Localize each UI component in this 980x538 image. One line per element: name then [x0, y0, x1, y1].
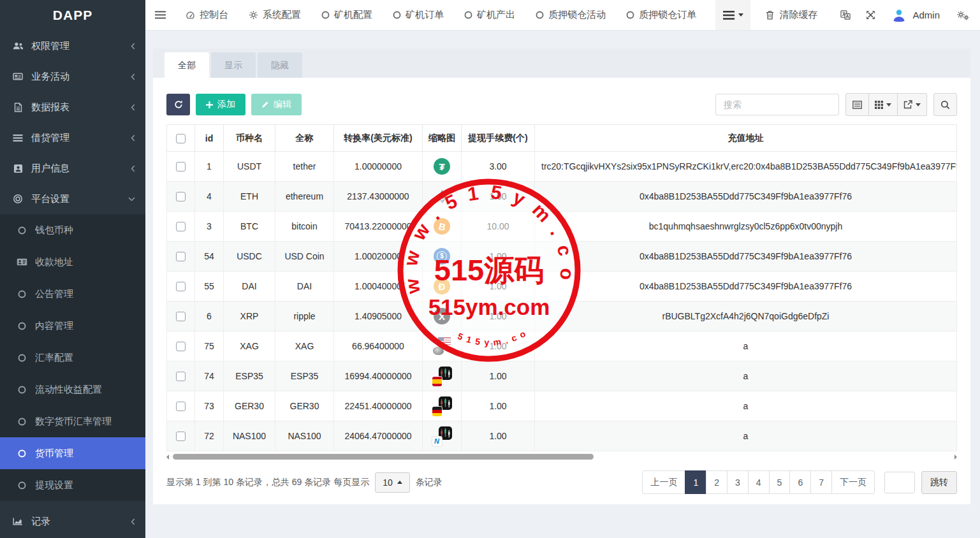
pagination-page-7[interactable]: 7 — [810, 470, 832, 494]
avatar — [892, 8, 906, 22]
page-jump-button[interactable]: 跳转 — [921, 471, 957, 494]
add-button[interactable]: 添加 — [196, 94, 245, 115]
clear-cache-button[interactable]: 清除缓存 — [766, 9, 817, 21]
row-id: 6 — [195, 302, 224, 331]
sidebar-item-12[interactable]: 数字货币汇率管理 — [0, 405, 145, 437]
row-checkbox[interactable] — [176, 312, 186, 321]
pagination-next[interactable]: 下一页 — [831, 470, 875, 494]
chevron-down-icon — [128, 197, 135, 201]
circle-icon — [321, 11, 330, 19]
row-checkbox[interactable] — [176, 342, 186, 351]
chevron-left-icon — [131, 43, 135, 50]
circle-icon — [626, 11, 634, 19]
topnav-item-label: 控制台 — [200, 9, 228, 21]
sidebar-item-14[interactable]: 提现设置 — [0, 469, 145, 501]
circle-icon — [15, 449, 28, 458]
row-address: trc20:TGcqjikvHXYs2six95x1PNSyRRzCKi1krV… — [535, 152, 957, 182]
circle-icon — [15, 322, 28, 330]
sidebar-item-label: 记录 — [31, 516, 131, 528]
row-checkbox[interactable] — [176, 222, 186, 231]
sidebar-item-1[interactable]: 业务活动 — [0, 61, 145, 92]
pagination-page-3[interactable]: 3 — [727, 470, 749, 494]
pagination-page-2[interactable]: 2 — [706, 470, 728, 494]
topnav-item-2[interactable]: 矿机配置 — [321, 9, 372, 21]
currency-panel: 全部显示隐藏 添加 编辑 — [153, 48, 970, 504]
currency-table: id币种名全称转换率(美元标准)缩略图提现手续费(个)充值地址 1USDTtet… — [166, 124, 957, 451]
sidebar-item-10[interactable]: 汇率配置 — [0, 342, 145, 374]
sidebar-item-11[interactable]: 流动性收益配置 — [0, 374, 145, 405]
language-button[interactable] — [840, 10, 851, 20]
fullscreen-button[interactable] — [866, 10, 875, 20]
row-fullname: ripple — [275, 302, 334, 331]
sidebar-item-13-active[interactable]: 货币管理 — [0, 437, 145, 469]
address-card-icon — [15, 258, 28, 266]
tab-0[interactable]: 全部 — [165, 52, 209, 78]
topnav-item-5[interactable]: 质押锁仓活动 — [536, 9, 606, 21]
scroll-right-arrow-icon[interactable] — [954, 454, 957, 460]
btc-icon: B — [427, 218, 457, 235]
topnav-item-0[interactable]: 控制台 — [186, 9, 228, 21]
user-menu[interactable]: Admin — [892, 8, 940, 22]
horizontal-scrollbar[interactable] — [166, 453, 957, 461]
topnav-item-4[interactable]: 矿机产出 — [464, 9, 515, 21]
row-checkbox[interactable] — [176, 252, 186, 261]
table-view-buttons — [845, 93, 927, 116]
row-checkbox[interactable] — [176, 432, 186, 441]
pagination-page-1[interactable]: 1 — [685, 470, 706, 494]
topnav-item-3[interactable]: 矿机订单 — [393, 9, 444, 21]
refresh-button[interactable] — [166, 94, 190, 115]
settings-gears-button[interactable] — [956, 10, 969, 20]
sidebar-item-9[interactable]: 内容管理 — [0, 310, 145, 342]
scroll-left-arrow-icon[interactable] — [166, 454, 169, 460]
sidebar-item-6[interactable]: 钱包币种 — [0, 214, 145, 246]
table-footer: 显示第 1 到第 10 条记录，总共 69 条记录 每页显示 10 条记录 上一… — [166, 470, 957, 494]
sidebar-item-2[interactable]: 数据报表 — [0, 92, 145, 122]
sidebar-item-0[interactable]: 权限管理 — [0, 31, 145, 61]
row-fee: 1.00 — [462, 302, 535, 331]
nav-menu-dropdown-button[interactable] — [715, 0, 750, 30]
row-fullname: tether — [275, 152, 334, 182]
column-header-4: 缩略图 — [423, 125, 462, 152]
row-rate: 1.00000000 — [334, 152, 423, 182]
sidebar-item-3[interactable]: 借贷管理 — [0, 122, 145, 153]
sidebar-item-7[interactable]: 收款地址 — [0, 246, 145, 278]
row-checkbox[interactable] — [176, 192, 186, 201]
edit-button[interactable]: 编辑 — [251, 94, 302, 115]
sidebar-item-4[interactable]: 用户信息 — [0, 153, 145, 184]
select-all-checkbox[interactable] — [176, 134, 186, 143]
topnav-item-1[interactable]: 系统配置 — [249, 9, 301, 21]
page-size-select[interactable]: 10 — [375, 472, 410, 493]
columns-button[interactable] — [869, 93, 898, 116]
scrollbar-thumb[interactable] — [173, 454, 594, 460]
xag-icon — [427, 337, 457, 356]
page-size-value: 10 — [383, 477, 393, 488]
sidebar-item-8[interactable]: 公告管理 — [0, 278, 145, 310]
row-checkbox[interactable] — [176, 372, 186, 381]
sidebar-item-5[interactable]: 平台设置 — [0, 184, 145, 214]
pagination-prev[interactable]: 上一页 — [642, 470, 685, 494]
export-button[interactable] — [898, 93, 927, 116]
table-search-button[interactable] — [933, 93, 957, 116]
pagination-page-6[interactable]: 6 — [789, 470, 811, 494]
row-checkbox[interactable] — [176, 162, 186, 171]
tab-2[interactable]: 隐藏 — [258, 52, 302, 78]
row-checkbox[interactable] — [176, 402, 186, 411]
detail-view-button[interactable] — [845, 93, 869, 116]
circle-icon — [15, 354, 28, 362]
row-address: a — [535, 361, 957, 391]
xrp-icon: X — [427, 308, 457, 324]
column-header-0: id — [195, 125, 224, 152]
table-row: 72NAS100NAS10024064.47000000N1.00a — [167, 421, 957, 451]
app-title: DAPP — [0, 0, 145, 31]
sidebar-toggle-icon[interactable] — [145, 11, 175, 19]
page-jump-input[interactable] — [884, 472, 915, 493]
pagination-page-4[interactable]: 4 — [748, 470, 770, 494]
pagination-page-5[interactable]: 5 — [769, 470, 791, 494]
sidebar-item-label: 权限管理 — [31, 40, 131, 52]
row-checkbox[interactable] — [176, 282, 186, 291]
trash-icon — [766, 10, 774, 20]
search-input[interactable] — [715, 94, 839, 115]
sidebar-item-15[interactable]: 记录 — [0, 506, 145, 537]
topnav-item-6[interactable]: 质押锁仓订单 — [626, 9, 696, 21]
tab-1[interactable]: 显示 — [211, 52, 256, 78]
